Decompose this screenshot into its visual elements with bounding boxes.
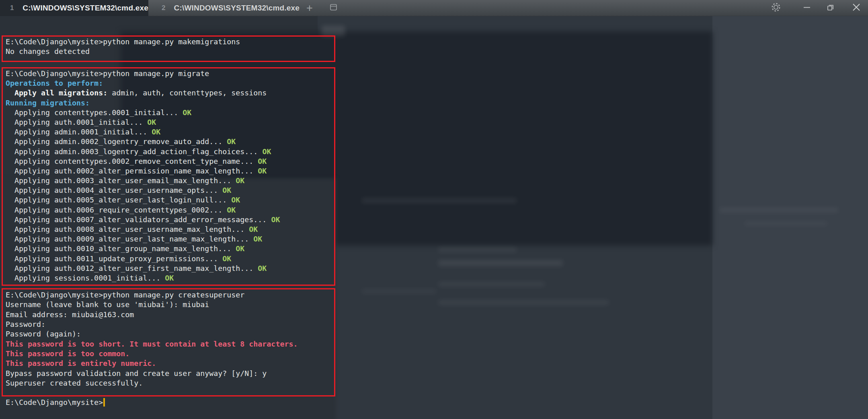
tab-cmd-2[interactable]: 2 C:\WINDOWS\SYSTEM32\cmd.exe [148, 0, 300, 16]
console-line: Applying auth.0006_require_contenttypes_… [6, 205, 280, 215]
console-line: This password is too common. [6, 349, 298, 359]
console-line: Operations to perform: [6, 78, 280, 88]
gear-icon [770, 2, 782, 14]
console-line: No changes detected [6, 47, 240, 56]
tab-bar: 1 C:\WINDOWS\SYSTEM32\cmd.exe 2 C:\WINDO… [0, 0, 868, 16]
maximize-button[interactable] [821, 0, 840, 16]
prompt-line[interactable]: E:\Code\Django\mysite> [6, 398, 105, 407]
console-line: Applying auth.0007_alter_validators_add_… [6, 215, 280, 225]
console-line: Applying auth.0005_alter_user_last_login… [6, 195, 280, 205]
console-line: Applying auth.0008_alter_user_username_m… [6, 225, 280, 234]
tab-cmd-1[interactable]: 1 C:\WINDOWS\SYSTEM32\cmd.exe [0, 0, 148, 16]
minimize-button[interactable] [797, 0, 817, 16]
console-line: Superuser created successfully. [6, 378, 298, 388]
console-line: E:\Code\Django\mysite>python manage.py m… [6, 37, 240, 47]
text-cursor [103, 398, 105, 407]
new-window-icon [328, 2, 339, 14]
terminal-window: { "tab_bar": { "tabs": [ {"number": "1",… [0, 0, 868, 419]
close-icon [850, 1, 862, 15]
console-line: Applying contenttypes.0002_remove_conten… [6, 157, 280, 166]
console-line: Applying contenttypes.0001_initial... OK [6, 108, 280, 118]
restore-icon [825, 2, 836, 14]
minimize-icon [801, 2, 813, 14]
console-line: Applying auth.0009_alter_user_last_name_… [6, 234, 280, 244]
console-line: Applying admin.0002_logentry_remove_auto… [6, 137, 280, 147]
console-line: Running migrations: [6, 98, 280, 108]
console-line: Email address: miubai@163.com [6, 310, 298, 320]
tab-title: C:\WINDOWS\SYSTEM32\cmd.exe [174, 4, 300, 12]
tab-number: 1 [10, 4, 14, 12]
tab-number: 2 [162, 4, 165, 12]
console-line: Apply all migrations: admin, auth, conte… [6, 88, 280, 98]
console-line: This password is entirely numeric. [6, 359, 298, 368]
new-tab-button[interactable]: + [300, 0, 319, 16]
tab-title: C:\WINDOWS\SYSTEM32\cmd.exe [23, 4, 148, 12]
console-block-createsuperuser: E:\Code\Django\mysite>python manage.py c… [6, 290, 298, 388]
plus-icon: + [306, 0, 313, 16]
console-line: This password is too short. It must cont… [6, 339, 298, 349]
console-line: Applying admin.0001_initial... OK [6, 127, 280, 137]
console-line: Username (leave blank to use 'miubai'): … [6, 300, 298, 310]
console-line: Applying auth.0002_alter_permission_name… [6, 166, 280, 176]
console-line: Applying auth.0003_alter_user_email_max_… [6, 176, 280, 186]
console-line: Password (again): [6, 329, 298, 339]
console-line: E:\Code\Django\mysite>python manage.py m… [6, 69, 280, 78]
console-line: Applying admin.0003_logentry_add_action_… [6, 147, 280, 157]
console-line: E:\Code\Django\mysite>python manage.py c… [6, 290, 298, 300]
console-line: Applying sessions.0001_initial... OK [6, 273, 280, 283]
console-line: Bypass password validation and create us… [6, 369, 298, 378]
close-button[interactable] [846, 0, 867, 16]
console-line: Applying auth.0004_alter_user_username_o… [6, 186, 280, 195]
console-line: Applying auth.0001_initial... OK [6, 118, 280, 127]
console-line: Applying auth.0010_alter_group_name_max_… [6, 244, 280, 254]
settings-button[interactable] [766, 0, 786, 16]
console-line: Password: [6, 320, 298, 329]
console-line: Applying auth.0012_alter_user_first_name… [6, 264, 280, 273]
console-line: Applying auth.0011_update_proxy_permissi… [6, 254, 280, 264]
console-block-makemigrations: E:\Code\Django\mysite>python manage.py m… [6, 37, 240, 57]
prompt-path: E:\Code\Django\mysite> [6, 398, 103, 407]
duplicate-tab-button[interactable] [323, 0, 343, 16]
console-block-migrate: E:\Code\Django\mysite>python manage.py m… [6, 69, 280, 283]
